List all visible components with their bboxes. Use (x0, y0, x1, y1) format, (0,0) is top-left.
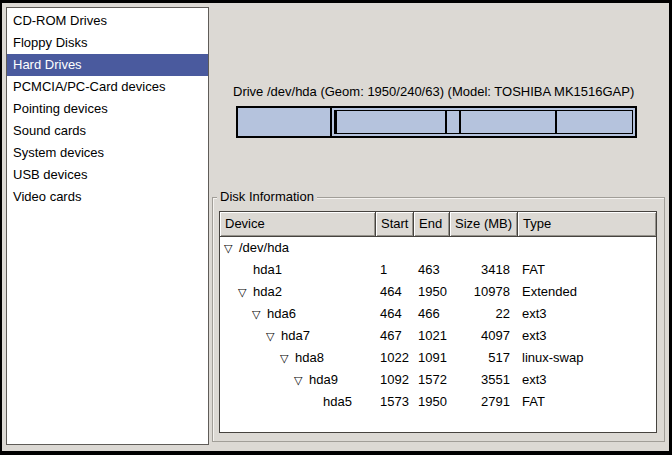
size-cell: 3418 (450, 259, 518, 281)
size-cell: 22 (450, 303, 518, 325)
column-header-start[interactable]: Start (376, 212, 414, 236)
size-cell: 3551 (450, 369, 518, 391)
device-label: hda2 (253, 281, 282, 303)
device-label: hda6 (267, 303, 296, 325)
disk-information-frame: Disk Information Device Start End Size (… (212, 197, 665, 442)
partition-segment-hda1 (238, 108, 332, 136)
partition-segment-hda8 (447, 111, 461, 133)
disk-row-hda2[interactable]: ▽hda2464195010978Extended (220, 281, 656, 303)
partition-segment-hda7 (337, 111, 447, 133)
expander-open-icon[interactable]: ▽ (252, 303, 267, 325)
type-cell: ext3 (518, 325, 656, 347)
start-cell: 1573 (376, 391, 414, 413)
size-cell: 2791 (450, 391, 518, 413)
start-cell: 1 (376, 259, 414, 281)
device-cell: ▽hda2 (220, 281, 376, 303)
end-cell: 1950 (414, 281, 450, 303)
column-header-size[interactable]: Size (MB) (450, 212, 518, 236)
disk-table-header: Device Start End Size (MB) Type (220, 212, 656, 237)
device-label: hda1 (253, 259, 282, 281)
sidebar-item-system-devices[interactable]: System devices (7, 142, 208, 164)
end-cell: 466 (414, 303, 450, 325)
sidebar-item-cd-rom-drives[interactable]: CD-ROM Drives (7, 10, 208, 32)
end-cell: 1572 (414, 369, 450, 391)
size-cell: 10978 (450, 281, 518, 303)
device-category-list: CD-ROM DrivesFloppy DisksHard DrivesPCMC… (6, 7, 209, 445)
tree-indent (224, 336, 266, 337)
partition-bar (236, 106, 637, 138)
type-cell: ext3 (518, 303, 656, 325)
end-cell (414, 237, 450, 259)
disk-row-hda8[interactable]: ▽hda810221091517linux-swap (220, 347, 656, 369)
size-cell (450, 237, 518, 259)
device-cell: hda1 (220, 259, 376, 281)
column-header-device[interactable]: Device (220, 212, 376, 236)
sidebar-item-hard-drives[interactable]: Hard Drives (7, 54, 208, 76)
end-cell: 1950 (414, 391, 450, 413)
type-cell (518, 237, 656, 259)
disk-row-dev-hda[interactable]: ▽/dev/hda (220, 237, 656, 259)
end-cell: 1091 (414, 347, 450, 369)
disk-table: Device Start End Size (MB) Type ▽/dev/hd… (219, 211, 657, 433)
disk-row-hda5[interactable]: hda5157319502791FAT (220, 391, 656, 413)
sidebar-item-sound-cards[interactable]: Sound cards (7, 120, 208, 142)
tree-indent (224, 358, 280, 359)
expander-open-icon[interactable]: ▽ (266, 325, 281, 347)
type-cell: Extended (518, 281, 656, 303)
device-cell: hda5 (220, 391, 376, 413)
expander-open-icon[interactable]: ▽ (280, 347, 295, 369)
device-label: hda7 (281, 325, 310, 347)
start-cell (376, 237, 414, 259)
expander-open-icon[interactable]: ▽ (294, 369, 309, 391)
device-cell: ▽hda7 (220, 325, 376, 347)
device-label: hda5 (323, 391, 352, 413)
device-cell: ▽hda9 (220, 369, 376, 391)
drive-info-label: Drive /dev/hda (Geom: 1950/240/63) (Mode… (233, 84, 634, 99)
sidebar-item-video-cards[interactable]: Video cards (7, 186, 208, 208)
sidebar-item-pointing-devices[interactable]: Pointing devices (7, 98, 208, 120)
start-cell: 464 (376, 281, 414, 303)
start-cell: 1092 (376, 369, 414, 391)
expander-open-icon[interactable]: ▽ (224, 237, 239, 259)
size-cell: 517 (450, 347, 518, 369)
sidebar-item-floppy-disks[interactable]: Floppy Disks (7, 32, 208, 54)
partition-segment-hda5 (557, 111, 632, 133)
tree-indent (224, 314, 252, 315)
expander-open-icon[interactable]: ▽ (238, 281, 253, 303)
end-cell: 1021 (414, 325, 450, 347)
type-cell: FAT (518, 259, 656, 281)
device-cell: ▽hda6 (220, 303, 376, 325)
disk-table-body: ▽/dev/hdahda114633418FAT▽hda246419501097… (220, 237, 656, 413)
disk-row-hda1[interactable]: hda114633418FAT (220, 259, 656, 281)
sidebar-item-pcmcia-pc-card-devices[interactable]: PCMCIA/PC-Card devices (7, 76, 208, 98)
sidebar-item-usb-devices[interactable]: USB devices (7, 164, 208, 186)
extended-partition-hda2 (334, 110, 633, 134)
hardware-browser-window: CD-ROM DrivesFloppy DisksHard DrivesPCMC… (0, 0, 672, 455)
type-cell: ext3 (518, 369, 656, 391)
type-cell: FAT (518, 391, 656, 413)
tree-indent (224, 402, 308, 403)
column-header-type[interactable]: Type (518, 212, 656, 236)
partition-segment-hda9 (461, 111, 557, 133)
type-cell: linux-swap (518, 347, 656, 369)
tree-indent (224, 270, 238, 271)
start-cell: 1022 (376, 347, 414, 369)
size-cell: 4097 (450, 325, 518, 347)
start-cell: 467 (376, 325, 414, 347)
device-cell: ▽/dev/hda (220, 237, 376, 259)
disk-row-hda6[interactable]: ▽hda646446622ext3 (220, 303, 656, 325)
device-label: hda9 (309, 369, 338, 391)
start-cell: 464 (376, 303, 414, 325)
device-label: hda8 (295, 347, 324, 369)
column-header-end[interactable]: End (414, 212, 450, 236)
device-label: /dev/hda (239, 237, 289, 259)
end-cell: 463 (414, 259, 450, 281)
disk-information-frame-label: Disk Information (217, 189, 317, 205)
disk-row-hda7[interactable]: ▽hda746710214097ext3 (220, 325, 656, 347)
tree-indent (224, 292, 238, 293)
device-cell: ▽hda8 (220, 347, 376, 369)
disk-row-hda9[interactable]: ▽hda9109215723551ext3 (220, 369, 656, 391)
tree-indent (224, 380, 294, 381)
